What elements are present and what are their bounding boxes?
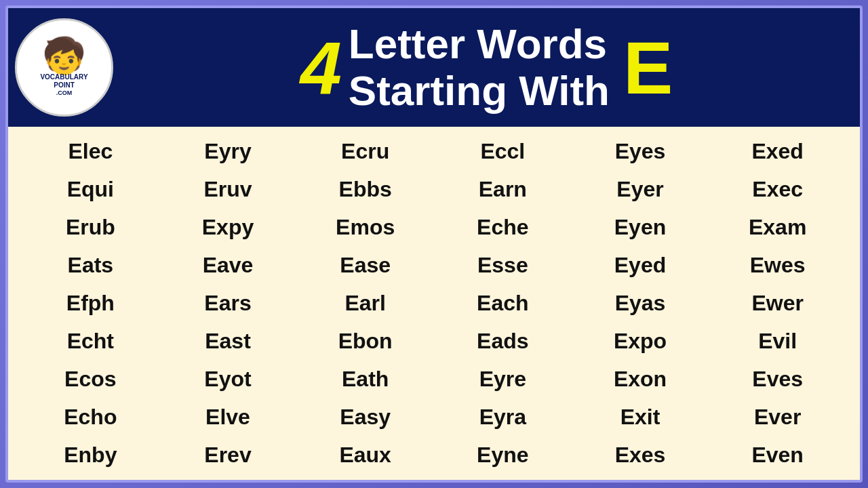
logo-point: POINT xyxy=(40,81,87,89)
word-cell: Eves xyxy=(709,361,846,399)
word-cell: Ecru xyxy=(296,132,434,170)
word-cell: Esse xyxy=(434,246,572,284)
word-cell: Exit xyxy=(572,399,709,436)
word-cell: Ewes xyxy=(709,246,846,284)
title-number: 4 xyxy=(300,30,342,105)
word-cell: Ears xyxy=(159,284,297,322)
word-cell: Eyra xyxy=(434,399,572,436)
title-line2: Starting With xyxy=(349,68,610,114)
word-cell: Even xyxy=(709,436,846,474)
word-cell: Eccl xyxy=(434,132,572,170)
word-cell: Eyry xyxy=(159,132,297,170)
word-cell: Eruv xyxy=(159,170,297,208)
logo-vocabulary: VOCABULARY xyxy=(40,73,87,81)
title-letter: E xyxy=(623,30,673,105)
word-cell: Emos xyxy=(296,208,434,246)
word-cell: East xyxy=(159,323,297,361)
word-cell: Eyed xyxy=(572,246,709,284)
words-grid: ElecEyryEcruEcclEyesExedEquiEruvEbbsEarn… xyxy=(22,132,846,474)
word-cell: Ever xyxy=(709,399,846,436)
word-cell: Echo xyxy=(22,399,159,436)
word-cell: Eath xyxy=(296,361,434,399)
word-cell: Expy xyxy=(159,208,297,246)
mascot-icon: 🧒 xyxy=(42,38,86,73)
word-cell: Expo xyxy=(572,323,709,361)
word-cell: Enby xyxy=(22,436,159,474)
word-cell: Eaux xyxy=(296,436,434,474)
title-text: Letter Words Starting With xyxy=(349,21,610,113)
word-cell: Ease xyxy=(296,246,434,284)
word-cell: Eyne xyxy=(434,436,572,474)
word-cell: Earn xyxy=(434,170,572,208)
inner-border: 🧒 VOCABULARY POINT .COM 4 Letter Words S… xyxy=(5,5,863,483)
word-cell: Ebon xyxy=(296,323,434,361)
word-cell: Eyre xyxy=(434,361,572,399)
word-cell: Elec xyxy=(22,132,159,170)
outer-border: 🧒 VOCABULARY POINT .COM 4 Letter Words S… xyxy=(0,0,868,488)
word-cell: Efph xyxy=(22,284,159,322)
word-cell: Evil xyxy=(709,323,846,361)
word-cell: Eads xyxy=(434,323,572,361)
word-cell: Eyen xyxy=(572,208,709,246)
word-cell: Exes xyxy=(572,436,709,474)
word-cell: Ewer xyxy=(709,284,846,322)
word-cell: Eyer xyxy=(572,170,709,208)
word-cell: Easy xyxy=(296,399,434,436)
word-cell: Ebbs xyxy=(296,170,434,208)
word-cell: Eave xyxy=(159,246,297,284)
word-cell: Echt xyxy=(22,323,159,361)
word-cell: Eche xyxy=(434,208,572,246)
word-cell: Equi xyxy=(22,170,159,208)
word-cell: Exec xyxy=(709,170,846,208)
logo: 🧒 VOCABULARY POINT .COM xyxy=(15,18,113,117)
word-cell: Eats xyxy=(22,246,159,284)
word-cell: Elve xyxy=(159,399,297,436)
logo-com: .COM xyxy=(40,89,87,97)
word-cell: Exed xyxy=(709,132,846,170)
word-cell: Eyot xyxy=(159,361,297,399)
header: 🧒 VOCABULARY POINT .COM 4 Letter Words S… xyxy=(8,8,860,127)
content-area: ElecEyryEcruEcclEyesExedEquiEruvEbbsEarn… xyxy=(8,127,860,480)
word-cell: Erub xyxy=(22,208,159,246)
word-cell: Earl xyxy=(296,284,434,322)
logo-text: VOCABULARY POINT .COM xyxy=(40,73,87,97)
word-cell: Ecos xyxy=(22,361,159,399)
word-cell: Each xyxy=(434,284,572,322)
word-cell: Exon xyxy=(572,361,709,399)
word-cell: Exam xyxy=(709,208,846,246)
word-cell: Erev xyxy=(159,436,297,474)
header-title: 4 Letter Words Starting With E xyxy=(127,21,846,113)
word-cell: Eyas xyxy=(572,284,709,322)
title-line1: Letter Words xyxy=(349,21,610,67)
word-cell: Eyes xyxy=(572,132,709,170)
